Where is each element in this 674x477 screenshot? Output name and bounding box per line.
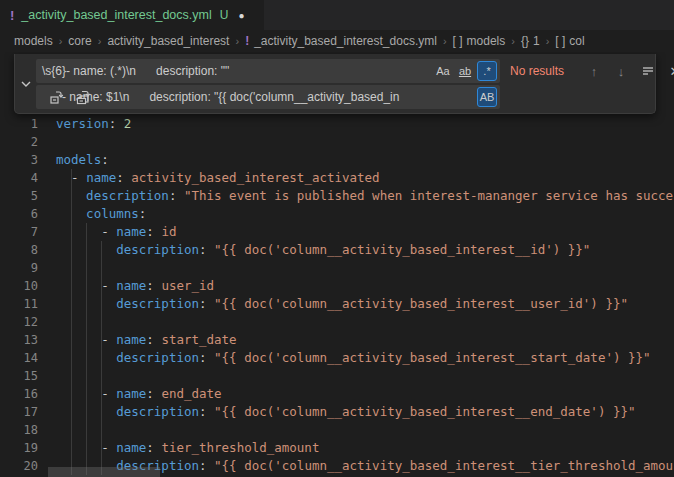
replace-icon[interactable] (46, 87, 66, 107)
code-line-text: description: "{{ doc('column__activity_b… (56, 349, 651, 367)
code-line[interactable]: 14 description: "{{ doc('column__activit… (0, 349, 674, 367)
git-untracked-badge: U (220, 8, 229, 22)
code-line-text: description: "{{ doc('column__activity_b… (56, 241, 590, 259)
regex-toggle[interactable]: .* (477, 61, 497, 81)
yaml-file-icon: ! (10, 8, 14, 23)
code-line[interactable]: 12 (0, 313, 674, 331)
code-line[interactable]: 11 description: "{{ doc('column__activit… (0, 295, 674, 313)
code-line-text: - name: activity_based_interest_activate… (56, 169, 380, 187)
code-line[interactable]: 7 - name: id (0, 223, 674, 241)
breadcrumb-item-models[interactable]: [ ]models (453, 34, 506, 48)
whole-word-toggle[interactable]: ab (455, 61, 475, 81)
breadcrumb-item-core[interactable]: core (68, 34, 91, 48)
vscode-window: ! _activity_based_interest_docs.yml U ● … (0, 0, 674, 477)
code-area[interactable]: 1version: 223models:4 - name: activity_b… (0, 115, 674, 475)
code-line-text: - name: user_id (56, 277, 214, 295)
replace-all-icon[interactable] (73, 87, 93, 107)
breadcrumb: models›core›activity_based_interest›!_ac… (0, 30, 674, 52)
tab-bar: ! _activity_based_interest_docs.yml U ● (0, 0, 674, 30)
code-line-text: columns: (56, 205, 146, 223)
symbol-array-icon: [ ] (555, 34, 565, 48)
code-line[interactable]: 10 - name: user_id (0, 277, 674, 295)
line-number: 18 (0, 421, 56, 439)
find-in-selection-icon[interactable] (638, 61, 658, 81)
code-line[interactable]: 17 description: "{{ doc('column__activit… (0, 403, 674, 421)
code-line[interactable]: 8 description: "{{ doc('column__activity… (0, 241, 674, 259)
breadcrumb-label: activity_based_interest (107, 34, 229, 48)
code-line[interactable]: 9 (0, 259, 674, 277)
breadcrumb-separator-icon: › (511, 35, 515, 47)
code-line[interactable]: 3models: (0, 151, 674, 169)
line-number: 5 (0, 187, 56, 205)
code-line[interactable]: 18 (0, 421, 674, 439)
code-line[interactable]: 16 - name: end_date (0, 385, 674, 403)
horizontal-scrollbar[interactable] (48, 467, 160, 477)
breadcrumb-item--activity-based-interest-docs-yml[interactable]: !_activity_based_interest_docs.yml (245, 34, 437, 48)
replace-input-value: - name: $1\n description: "{{ doc('colum… (36, 90, 500, 104)
code-line[interactable]: 4 - name: activity_based_interest_activa… (0, 169, 674, 187)
code-line-text: - name: end_date (56, 385, 222, 403)
find-input-value: \s{6}- name: (.*)\n description: "" (36, 64, 500, 78)
line-number: 12 (0, 313, 56, 331)
symbol-object-icon: {} (521, 34, 529, 48)
line-number: 7 (0, 223, 56, 241)
line-number: 8 (0, 241, 56, 259)
next-match-icon[interactable]: ↓ (611, 61, 631, 81)
line-number: 1 (0, 115, 56, 133)
line-number: 2 (0, 133, 56, 151)
breadcrumb-separator-icon: › (546, 35, 550, 47)
unsaved-changes-icon[interactable]: ● (238, 10, 244, 21)
code-line[interactable]: 2 (0, 133, 674, 151)
toggle-replace-chevron-icon[interactable] (18, 76, 34, 92)
code-line-text: description: "{{ doc('column__activity_b… (56, 295, 628, 313)
find-replace-widget: \s{6}- name: (.*)\n description: "" Aa a… (14, 54, 656, 114)
line-number: 19 (0, 439, 56, 457)
code-line-text: - name: id (56, 223, 176, 241)
preserve-case-toggle[interactable]: AB (477, 87, 497, 107)
breadcrumb-separator-icon: › (235, 35, 239, 47)
code-line[interactable]: 5 description: "This event is published … (0, 187, 674, 205)
breadcrumb-item-activity-based-interest[interactable]: activity_based_interest (107, 34, 229, 48)
line-number: 13 (0, 331, 56, 349)
breadcrumb-label: core (68, 34, 91, 48)
breadcrumb-label: models (467, 34, 506, 48)
breadcrumb-separator-icon: › (59, 35, 63, 47)
code-line[interactable]: 13 - name: start_date (0, 331, 674, 349)
line-number: 11 (0, 295, 56, 313)
previous-match-icon[interactable]: ↑ (584, 61, 604, 81)
yaml-file-icon: ! (245, 34, 249, 48)
close-find-widget-icon[interactable]: ✕ (665, 61, 674, 81)
breadcrumb-item-1[interactable]: {}1 (521, 34, 540, 48)
code-line[interactable]: 19 - name: tier_threshold_amount (0, 439, 674, 457)
find-input[interactable]: \s{6}- name: (.*)\n description: "" Aa a… (36, 59, 500, 83)
tab-activity-based-interest-docs[interactable]: ! _activity_based_interest_docs.yml U ● (0, 0, 264, 30)
breadcrumb-label: col (569, 34, 584, 48)
symbol-array-icon: [ ] (453, 34, 463, 48)
match-case-toggle[interactable]: Aa (433, 61, 453, 81)
code-line-text: description: "This event is published wh… (56, 187, 674, 205)
replace-input[interactable]: - name: $1\n description: "{{ doc('colum… (36, 85, 500, 109)
code-line[interactable]: 15 (0, 367, 674, 385)
breadcrumb-separator-icon: › (98, 35, 102, 47)
code-line-text: version: 2 (56, 115, 131, 133)
find-status-text: No results (510, 64, 564, 78)
breadcrumb-item-col[interactable]: [ ]col (555, 34, 584, 48)
line-number: 4 (0, 169, 56, 187)
line-number: 15 (0, 367, 56, 385)
code-line-text: - name: start_date (56, 331, 237, 349)
code-line-text: description: "{{ doc('column__activity_b… (56, 403, 636, 421)
line-number: 3 (0, 151, 56, 169)
breadcrumb-separator-icon: › (443, 35, 447, 47)
line-number: 6 (0, 205, 56, 223)
breadcrumb-label: _activity_based_interest_docs.yml (254, 34, 437, 48)
line-number: 17 (0, 403, 56, 421)
code-line[interactable]: 6 columns: (0, 205, 674, 223)
breadcrumb-item-models[interactable]: models (14, 34, 53, 48)
line-number: 14 (0, 349, 56, 367)
tab-title: _activity_based_interest_docs.yml (21, 8, 211, 22)
breadcrumb-label: models (14, 34, 53, 48)
code-line[interactable]: 1version: 2 (0, 115, 674, 133)
line-number: 16 (0, 385, 56, 403)
editor-pane[interactable]: 1version: 223models:4 - name: activity_b… (0, 52, 674, 477)
code-line-text: - name: tier_threshold_amount (56, 439, 319, 457)
